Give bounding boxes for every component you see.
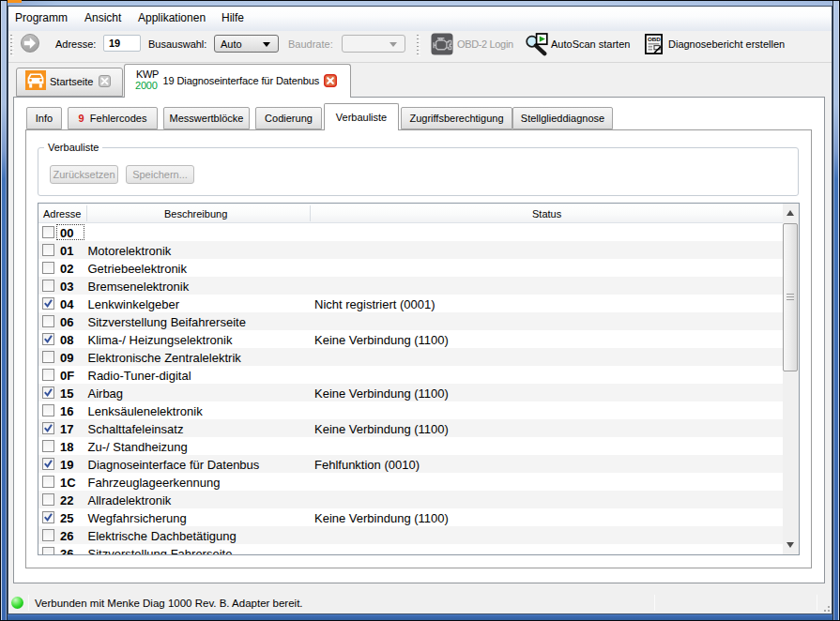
svg-text:OBD: OBD [648, 36, 661, 42]
